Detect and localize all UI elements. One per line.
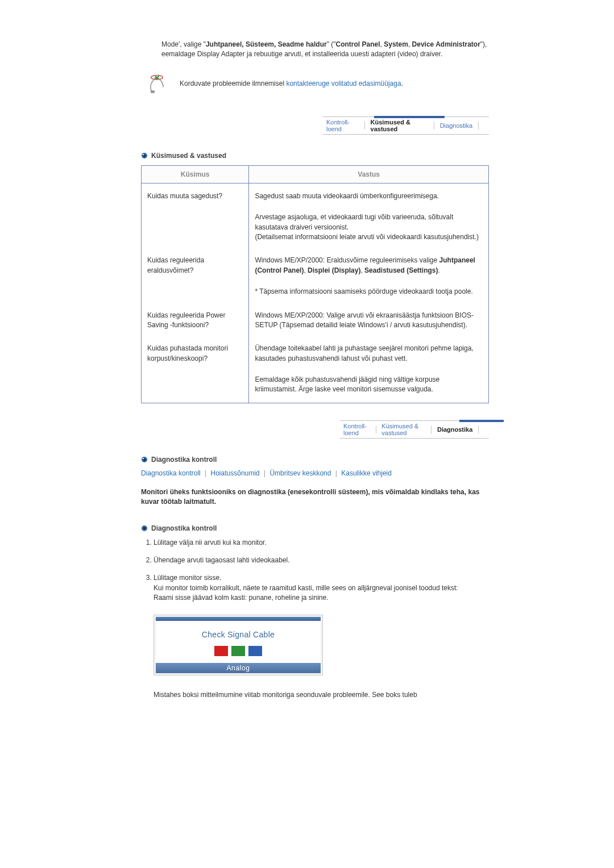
qa-answer: Windows ME/XP/2000: Valige arvuti või ek… — [249, 303, 489, 336]
rgb-swatches — [156, 646, 321, 656]
table-row: Kuidas puhastada monitori korpust/kinesk… — [142, 336, 489, 369]
qa-col-header-answer: Vastus — [249, 165, 489, 183]
tab-diagnostika[interactable]: Diagnostika — [437, 122, 476, 129]
dialog-titlebar — [156, 617, 321, 621]
list-item: Lülitage välja nii arvuti kui ka monitor… — [154, 538, 489, 548]
tab-separator — [434, 122, 434, 130]
sublink-hoiatussonumid[interactable]: Hoiatussõnumid — [211, 469, 260, 477]
tab-kusimused-vastused[interactable]: Küsimused & vastused — [378, 423, 429, 436]
sublink-umbritsev-keskkond[interactable]: Ümbritsev keskkond — [269, 469, 331, 477]
svg-point-9 — [143, 527, 146, 529]
svg-point-7 — [143, 458, 144, 460]
table-row: Kuidas reguleerida Power Saving -funktsi… — [142, 303, 489, 336]
qa-col-header-question: Küsimus — [142, 165, 249, 183]
table-row: Kuidas muuta sagedust? Sagedust saab muu… — [142, 183, 489, 207]
section-bullet-icon — [141, 152, 148, 159]
qa-table: Küsimus Vastus Kuidas muuta sagedust? Sa… — [141, 165, 489, 403]
qa-question: Kuidas reguleerida Power Saving -funktsi… — [142, 303, 249, 336]
qa-question: Kuidas reguleerida eraldusvõimet? — [142, 248, 249, 302]
tab-separator — [478, 425, 479, 433]
contact-dealer-link[interactable]: kontakteeruge volitatud edasimüüjaga — [286, 80, 401, 87]
sublink-kasulikke-vihjeid[interactable]: Kasulikke vihjeid — [341, 469, 392, 477]
qa-answer: Sagedust saab muuta videokaardi ümberkon… — [249, 183, 489, 207]
table-row: Kuidas reguleerida eraldusvõimet? Window… — [142, 248, 489, 281]
link-separator: | — [264, 469, 265, 477]
qa-answer: Eemaldage kõik puhastusvahendi jäägid ni… — [249, 369, 489, 403]
swatch-red — [214, 646, 228, 656]
tab-indicator — [459, 420, 504, 422]
diag-intro-strong: Monitori üheks funktsiooniks on diagnost… — [141, 487, 489, 507]
qa-answer: Arvestage asjaoluga, et videokaardi tugi… — [249, 207, 489, 248]
qa-question: Kuidas muuta sagedust? — [142, 183, 249, 248]
link-separator: | — [335, 469, 337, 477]
qa-question: Kuidas puhastada monitori korpust/kinesk… — [142, 336, 249, 403]
intro-paragraph: Mode', valige "Juhtpaneel, Süsteem, Sead… — [161, 40, 489, 60]
tab-bar-qna: Kontroll-loend Küsimused & vastused Diag… — [323, 116, 489, 135]
link-separator: | — [205, 469, 206, 477]
tab-kusimused-vastused[interactable]: Küsimused & vastused — [367, 119, 432, 132]
tab-kontroll-loend[interactable]: Kontroll-loend — [323, 119, 362, 132]
tail-paragraph: Mistahes boksi mitteilmumine viitab moni… — [154, 690, 489, 700]
list-item: Ühendage arvuti tagaosast lahti videokaa… — [154, 556, 489, 565]
tab-separator — [478, 122, 479, 130]
tab-separator — [376, 425, 376, 433]
qa-answer: Ühendage toitekaabel lahti ja puhastage … — [249, 336, 489, 369]
swatch-green — [231, 646, 245, 656]
qa-answer: Windows ME/XP/2000: Eraldusvõime regulee… — [249, 248, 489, 281]
tab-kontroll-loend[interactable]: Kontroll-loend — [340, 423, 374, 436]
dialog-message: Check Signal Cable — [156, 630, 321, 639]
diag-subheading-title: Diagnostika kontroll — [151, 524, 217, 532]
contact-row: Korduvate probleemide ilmnemisel kontakt… — [141, 74, 489, 94]
phone-headset-icon — [149, 74, 165, 94]
sublinks-row: Diagnostika kontroll | Hoiatussõnumid | … — [141, 469, 489, 477]
list-item: Lülitage monitor sisse. Kui monitor toim… — [154, 573, 489, 603]
tab-separator — [364, 122, 365, 130]
qa-answer: * Täpsema informatsiooni saamiseks pöörd… — [249, 281, 489, 302]
contact-text: Korduvate probleemide ilmnemisel kontakt… — [180, 79, 403, 89]
svg-point-4 — [143, 154, 144, 156]
diag-steps-list: Lülitage välja nii arvuti kui ka monitor… — [154, 538, 489, 603]
tab-bar-diag: Kontroll-loend Küsimused & vastused Diag… — [340, 420, 489, 439]
section-title-qna: Küsimused & vastused — [151, 152, 226, 160]
section-bullet-icon — [141, 525, 148, 532]
tab-diagnostika[interactable]: Diagnostika — [434, 426, 476, 433]
check-signal-dialog: Check Signal Cable Analog — [154, 615, 323, 675]
tab-separator — [431, 425, 432, 433]
tab-indicator — [374, 116, 445, 118]
diag-subheading: Diagnostika kontroll — [141, 524, 489, 532]
svg-rect-1 — [151, 90, 155, 93]
dialog-footer: Analog — [156, 663, 321, 673]
section-bullet-icon — [141, 456, 148, 463]
section-head-qna: Küsimused & vastused — [141, 152, 489, 160]
section-head-diag: Diagnostika kontroll — [141, 456, 489, 464]
sublink-diagnostika-kontroll[interactable]: Diagnostika kontroll — [141, 469, 201, 477]
swatch-blue — [248, 646, 262, 656]
section-title-diag: Diagnostika kontroll — [151, 456, 217, 464]
